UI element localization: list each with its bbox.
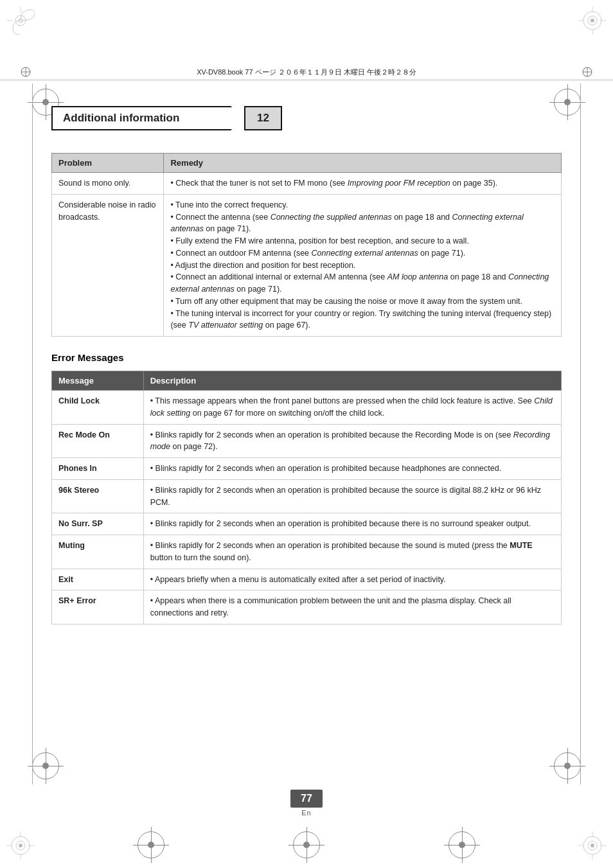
header-text: XV-DV88.book 77 ページ ２０６年１１月９日 木曜日 午後２時２８… — [31, 67, 582, 77]
svg-point-6 — [591, 19, 594, 22]
main-content: Additional information 12 Problem Remedy… — [0, 87, 613, 678]
problem-cell: Sound is mono only. — [52, 173, 164, 195]
header-icon-right — [582, 67, 592, 77]
deco-corner-tr — [578, 6, 607, 37]
error-row: Rec Mode On• Blinks rapidly for 2 second… — [52, 424, 562, 458]
message-col-header: Message — [52, 371, 144, 391]
error-row: Child Lock• This message appears when th… — [52, 391, 562, 425]
description-cell: • Blinks rapidly for 2 seconds when an o… — [143, 458, 561, 480]
description-cell: • Appears briefly when a menu is automat… — [143, 569, 561, 590]
remedy-cell: • Check that the tuner is not set to FM … — [164, 173, 562, 195]
problem-row: Considerable noise in radio broadcasts.•… — [52, 194, 562, 336]
error-row: SR+ Error• Appears when there is a commu… — [52, 590, 562, 624]
message-cell: SR+ Error — [52, 590, 144, 624]
description-cell: • This message appears when the front pa… — [143, 391, 561, 425]
chapter-title: Additional information — [51, 106, 244, 130]
reg-mark-inner-tr — [554, 89, 581, 116]
message-cell: Exit — [52, 569, 144, 590]
header-icon-left — [21, 67, 31, 77]
page-label: En — [290, 809, 323, 817]
header-band: XV-DV88.book 77 ページ ２０６年１１月９日 木曜日 午後２時２８… — [0, 64, 613, 80]
remedy-cell: • Tune into the correct frequency.• Conn… — [164, 194, 562, 336]
message-cell: Rec Mode On — [52, 424, 144, 458]
reg-mark-inner-bl — [32, 752, 59, 779]
bottom-reg-marks — [0, 831, 613, 858]
border-right — [580, 84, 581, 784]
message-cell: Phones In — [52, 458, 144, 480]
deco-corner-tl — [6, 6, 35, 37]
problem-col-header: Problem — [52, 154, 164, 173]
error-section-heading: Error Messages — [51, 352, 562, 363]
remedy-col-header: Remedy — [164, 154, 562, 173]
description-cell: • Blinks rapidly for 2 seconds when an o… — [143, 479, 561, 513]
message-cell: 96k Stereo — [52, 479, 144, 513]
description-cell: • Appears when there is a communication … — [143, 590, 561, 624]
description-cell: • Blinks rapidly for 2 seconds when an o… — [143, 535, 561, 569]
reg-mark-bottom-left — [138, 831, 164, 858]
page-number: 77 — [290, 790, 323, 808]
error-row: 96k Stereo• Blinks rapidly for 2 seconds… — [52, 479, 562, 513]
chapter-number: 12 — [244, 106, 282, 130]
border-left — [32, 84, 33, 784]
problem-table: Problem Remedy Sound is mono only.• Chec… — [51, 153, 562, 337]
problem-cell: Considerable noise in radio broadcasts. — [52, 194, 164, 336]
reg-mark-bottom-right — [449, 831, 475, 858]
description-cell: • Blinks rapidly for 2 seconds when an o… — [143, 424, 561, 458]
error-table: Message Description Child Lock• This mes… — [51, 371, 562, 624]
message-cell: No Surr. SP — [52, 513, 144, 535]
description-cell: • Blinks rapidly for 2 seconds when an o… — [143, 513, 561, 535]
footer: 77 En — [0, 790, 613, 817]
chapter-header: Additional information 12 — [51, 106, 282, 130]
error-row: Phones In• Blinks rapidly for 2 seconds … — [52, 458, 562, 480]
problem-row: Sound is mono only.• Check that the tune… — [52, 173, 562, 195]
reg-mark-bottom-center — [293, 831, 320, 858]
description-col-header: Description — [143, 371, 561, 391]
message-cell: Muting — [52, 535, 144, 569]
error-row: Exit• Appears briefly when a menu is aut… — [52, 569, 562, 590]
error-row: No Surr. SP• Blinks rapidly for 2 second… — [52, 513, 562, 535]
page-wrapper: XV-DV88.book 77 ページ ２０６年１１月９日 木曜日 午後２時２８… — [0, 0, 613, 868]
reg-mark-inner-br — [554, 752, 581, 779]
error-row: Muting• Blinks rapidly for 2 seconds whe… — [52, 535, 562, 569]
message-cell: Child Lock — [52, 391, 144, 425]
